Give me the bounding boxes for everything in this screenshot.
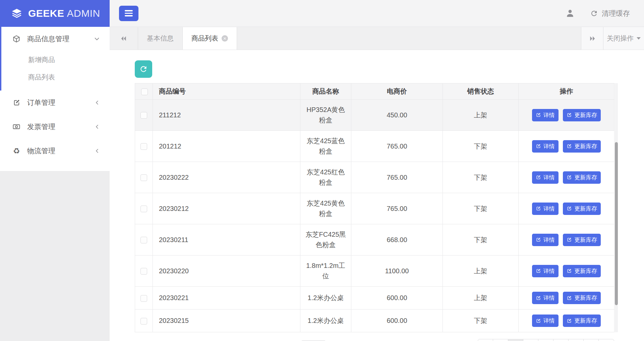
- product-id-cell: 201212: [153, 131, 300, 162]
- detail-button[interactable]: 详情: [532, 265, 559, 277]
- tabs-scroll-right-button[interactable]: [581, 27, 603, 50]
- select-all-checkbox[interactable]: [141, 89, 148, 95]
- page-button[interactable]: 4: [538, 339, 553, 341]
- table-footer: 显示第 11 到第 20 条记录，总共 463 条记录 每页显示 10 条记录 …: [135, 339, 614, 341]
- topbar: 清理缓存: [110, 0, 644, 27]
- update-stock-button[interactable]: 更新库存: [563, 109, 601, 121]
- product-id-cell: 211212: [153, 100, 300, 131]
- edit-icon: [536, 206, 541, 211]
- hamburger-icon: [125, 9, 133, 18]
- row-checkbox[interactable]: [140, 112, 147, 119]
- prev-page-button[interactable]: ‹: [478, 339, 493, 341]
- product-id-cell: 20230220: [153, 255, 300, 287]
- column-header-price: 电商价: [351, 83, 443, 100]
- detail-button[interactable]: 详情: [532, 109, 559, 121]
- user-icon[interactable]: [566, 9, 575, 18]
- edit-icon: [536, 237, 541, 242]
- product-id-cell: 20230221: [153, 287, 300, 309]
- detail-button[interactable]: 详情: [532, 140, 559, 153]
- column-header-product-name: 商品名称: [300, 83, 351, 100]
- page-button[interactable]: 1: [493, 339, 508, 341]
- edit-icon: [536, 144, 541, 149]
- table-row: 20230215 1.2米办公桌 600.00 下架 详情: [135, 309, 614, 332]
- table-refresh-button[interactable]: [135, 60, 152, 78]
- money-icon: [12, 123, 21, 131]
- table-scrollbar-thumb[interactable]: [615, 142, 618, 305]
- product-name-cell: 东芝425黄色粉盒: [300, 193, 351, 224]
- edit-icon: [567, 237, 572, 242]
- price-cell: 600.00: [351, 287, 443, 309]
- sidebar-toggle-button[interactable]: [119, 6, 138, 21]
- edit-icon: [536, 318, 541, 324]
- row-checkbox[interactable]: [140, 268, 147, 275]
- page-button[interactable]: 2: [508, 339, 523, 341]
- edit-icon: [567, 144, 572, 149]
- page-button[interactable]: 5: [553, 339, 569, 341]
- row-checkbox[interactable]: [140, 295, 147, 302]
- update-stock-button[interactable]: 更新库存: [563, 265, 601, 277]
- column-header-actions: 操作: [519, 83, 614, 100]
- price-cell: 765.00: [351, 193, 443, 224]
- product-name-cell: 1.2米办公桌: [300, 287, 351, 309]
- sidebar-item-orders[interactable]: 订单管理: [0, 91, 110, 115]
- page-button[interactable]: 47: [584, 339, 599, 341]
- double-left-arrow-icon: [120, 35, 128, 43]
- row-checkbox[interactable]: [140, 143, 147, 150]
- sidebar-item-product-list[interactable]: 商品列表: [1, 68, 110, 86]
- sidebar-item-product-info[interactable]: 商品信息管理: [1, 27, 110, 51]
- status-cell: 下架: [443, 193, 519, 224]
- table-header-row: 商品编号 商品名称 电商价 销售状态 操作: [135, 83, 614, 100]
- status-cell: 上架: [443, 100, 519, 131]
- product-table: 商品编号 商品名称 电商价 销售状态 操作 211212 HP352A黄色粉盒 …: [135, 83, 614, 332]
- row-checkbox[interactable]: [140, 237, 147, 243]
- detail-button[interactable]: 详情: [532, 292, 559, 304]
- detail-button[interactable]: 详情: [532, 203, 559, 215]
- detail-button[interactable]: 详情: [532, 315, 559, 327]
- edit-icon: [536, 175, 541, 180]
- close-tab-icon[interactable]: ✕: [222, 35, 228, 42]
- close-operations-dropdown[interactable]: 关闭操作: [603, 27, 644, 50]
- update-stock-button[interactable]: 更新库存: [563, 171, 601, 184]
- price-cell: 1100.00: [351, 255, 443, 287]
- tab-product-list[interactable]: 商品列表 ✕: [183, 27, 237, 50]
- row-checkbox[interactable]: [140, 206, 147, 212]
- sidebar-item-logistics[interactable]: ♻ 物流管理: [0, 139, 110, 163]
- row-checkbox[interactable]: [140, 174, 147, 181]
- sidebar-item-invoices[interactable]: 发票管理: [0, 115, 110, 139]
- edit-icon: [12, 99, 21, 107]
- refresh-icon: [139, 65, 148, 73]
- detail-button[interactable]: 详情: [532, 171, 559, 184]
- layers-icon: [11, 7, 23, 19]
- column-header-product-id: 商品编号: [153, 83, 300, 100]
- update-stock-button[interactable]: 更新库存: [563, 203, 601, 215]
- update-stock-button[interactable]: 更新库存: [563, 234, 601, 246]
- page-button[interactable]: ...: [569, 339, 584, 341]
- row-checkbox[interactable]: [140, 318, 147, 325]
- price-cell: 600.00: [351, 309, 443, 332]
- tab-basic-info[interactable]: 基本信息: [138, 27, 183, 50]
- status-cell: 下架: [443, 162, 519, 193]
- clear-cache-button[interactable]: 清理缓存: [590, 9, 630, 18]
- recycle-icon: ♻: [12, 147, 21, 155]
- detail-button[interactable]: 详情: [532, 234, 559, 246]
- update-stock-button[interactable]: 更新库存: [563, 315, 601, 327]
- price-cell: 765.00: [351, 131, 443, 162]
- tabs-scroll-left-button[interactable]: [110, 27, 138, 50]
- product-id-cell: 20230215: [153, 309, 300, 332]
- sidebar: 商品信息管理 新增商品 商品列表 订单管理: [0, 27, 110, 171]
- next-page-button[interactable]: ›: [599, 339, 614, 341]
- update-stock-button[interactable]: 更新库存: [563, 292, 601, 304]
- table-row: 20230221 1.2米办公桌 600.00 上架 详情: [135, 287, 614, 309]
- page-button[interactable]: 3: [523, 339, 538, 341]
- sidebar-item-add-product[interactable]: 新增商品: [1, 51, 110, 68]
- product-name-cell: HP352A黄色粉盒: [300, 100, 351, 131]
- table-row: 20230220 1.8m*1.2m工位 1100.00 上架 详情: [135, 255, 614, 287]
- sidebar-group-invoices: 发票管理: [0, 115, 110, 139]
- product-id-cell: 20230211: [153, 224, 300, 255]
- product-name-cell: 东芝425红色粉盒: [300, 162, 351, 193]
- product-id-cell: 20230222: [153, 162, 300, 193]
- sidebar-group-orders: 订单管理: [0, 91, 110, 115]
- status-cell: 下架: [443, 309, 519, 332]
- double-right-arrow-icon: [588, 35, 596, 43]
- update-stock-button[interactable]: 更新库存: [563, 140, 601, 153]
